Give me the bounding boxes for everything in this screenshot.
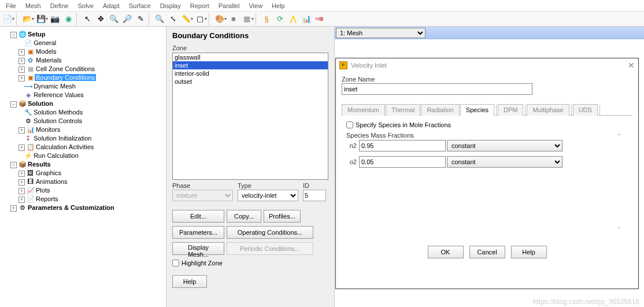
zoom-out-icon[interactable]: 🔎 [121, 13, 134, 25]
tree-ref-values[interactable]: Reference Values [32, 91, 85, 98]
expand-icon[interactable]: + [18, 188, 25, 194]
menu-adapt[interactable]: Adapt [99, 2, 123, 10]
tree-dynamic-mesh[interactable]: Dynamic Mesh [32, 83, 77, 90]
scroll-up-icon[interactable]: ˄ [617, 133, 621, 141]
expand-icon[interactable]: + [18, 66, 25, 73]
tree-animations[interactable]: Animations [35, 178, 68, 185]
camera-icon[interactable]: 📷 [49, 13, 61, 25]
tree-models[interactable]: Models [35, 48, 57, 55]
tree-sol-init[interactable]: Solution Initialization [32, 135, 92, 142]
type-select[interactable]: velocity-inlet [238, 190, 298, 201]
ansys-icon[interactable]: ⋀ [287, 13, 299, 25]
tab-content: Specify Species in Mole Fractions Specie… [342, 116, 632, 240]
grid-icon[interactable]: M▦ [313, 13, 326, 25]
zone-name-input[interactable] [342, 83, 532, 95]
type-label: Type [238, 182, 298, 189]
tree-graphics[interactable]: Graphics [35, 169, 62, 176]
pointer-icon[interactable]: ↖ [81, 13, 94, 25]
display-mesh-button[interactable]: Display Mesh... [172, 242, 224, 255]
profiles-button[interactable]: Profiles... [264, 210, 301, 223]
tab-uds[interactable]: UDS [573, 104, 598, 116]
close-icon[interactable]: ✕ [628, 61, 635, 70]
cancel-button[interactable]: Cancel [469, 246, 505, 258]
refresh-icon[interactable]: ⟳ [273, 13, 286, 25]
species-n2-mode-select[interactable]: constant [447, 140, 562, 151]
zone-list[interactable]: glasswall inset interior-solid outset [172, 53, 328, 180]
edit-button[interactable]: Edit... [172, 210, 224, 223]
tree-cellzone[interactable]: Cell Zone Conditions [35, 65, 96, 72]
phase-label: Phase [172, 182, 233, 189]
dlg-help-button[interactable]: Help [511, 246, 547, 258]
tree-plots[interactable]: Plots [35, 187, 51, 194]
tree-sol-methods[interactable]: Solution Methods [32, 109, 84, 116]
menu-solve[interactable]: Solve [74, 2, 97, 10]
collapse-icon[interactable]: − [10, 162, 17, 168]
tab-momentum[interactable]: Momentum [342, 104, 385, 116]
tree-reports[interactable]: Reports [35, 195, 60, 202]
tab-dpm[interactable]: DPM [498, 104, 523, 116]
pan-icon[interactable]: ✥ [94, 13, 107, 25]
help-icon[interactable]: ◉ [62, 13, 75, 25]
tree-materials[interactable]: Materials [35, 57, 63, 64]
tree-solution[interactable]: Solution [27, 100, 54, 107]
copy-button[interactable]: Copy... [227, 210, 261, 223]
tree-results[interactable]: Results [27, 161, 52, 168]
tree-params[interactable]: Parameters & Customization [27, 204, 116, 211]
bc-help-button[interactable]: Help [172, 275, 207, 288]
expand-icon[interactable]: + [18, 75, 25, 82]
parameters-button[interactable]: Parameters... [172, 226, 224, 239]
zone-item[interactable]: outset [173, 77, 328, 86]
zone-item[interactable]: glasswall [173, 53, 328, 61]
axes-icon[interactable]: ⤡ [166, 13, 179, 25]
expand-icon[interactable]: + [18, 145, 25, 151]
menu-file[interactable]: File [2, 2, 20, 10]
tree-general[interactable]: General [32, 39, 57, 46]
menu-display[interactable]: Display [157, 2, 184, 10]
expand-icon[interactable]: + [18, 49, 25, 56]
zone-item-selected[interactable]: inset [173, 61, 328, 69]
expand-icon[interactable]: + [18, 127, 25, 134]
ok-button[interactable]: OK [428, 246, 464, 258]
expand-icon[interactable]: + [18, 179, 25, 186]
id-input[interactable] [303, 190, 326, 201]
mole-fractions-checkbox[interactable] [346, 121, 353, 128]
menu-mesh[interactable]: Mesh [22, 2, 45, 10]
operating-conditions-button[interactable]: Operating Conditions... [227, 226, 313, 239]
tab-radiation[interactable]: Radiation [421, 104, 459, 116]
sync-icon[interactable]: § [260, 13, 273, 25]
collapse-icon[interactable]: − [10, 32, 17, 38]
probe-icon[interactable]: ✎ [134, 13, 147, 25]
expand-icon[interactable]: + [18, 58, 25, 64]
menu-view[interactable]: View [245, 2, 266, 10]
scroll-down-icon[interactable]: ˅ [617, 226, 621, 234]
tree-sol-controls[interactable]: Solution Controls [32, 117, 83, 124]
zoom-in-icon[interactable]: 🔍 [108, 13, 120, 25]
expand-icon[interactable]: + [18, 197, 25, 203]
species-n2-input[interactable] [359, 140, 446, 151]
tab-multiphase[interactable]: Multiphase [527, 104, 569, 116]
highlight-zone-checkbox[interactable] [172, 260, 179, 267]
solid-icon[interactable]: ■ [227, 13, 240, 25]
tree-calc-activities[interactable]: Calculation Activities [35, 143, 95, 150]
menu-surface[interactable]: Surface [125, 2, 154, 10]
tree-run-calc[interactable]: Run Calculation [32, 152, 80, 159]
tree-setup[interactable]: Setup [27, 31, 47, 38]
zoom-fit-icon[interactable]: 🔍 [153, 13, 166, 25]
species-o2-input[interactable] [359, 156, 446, 168]
zone-item[interactable]: interior-solid [173, 69, 328, 77]
menu-help[interactable]: Help [268, 2, 288, 10]
tab-species[interactable]: Species [460, 104, 494, 116]
tree-monitors[interactable]: Monitors [35, 126, 61, 133]
chart-icon[interactable]: 📊 [300, 13, 313, 25]
tree-boundary-conditions[interactable]: Boundary Conditions [35, 74, 96, 81]
collapse-icon[interactable]: − [10, 101, 17, 108]
menu-define[interactable]: Define [47, 2, 72, 10]
menu-parallel[interactable]: Parallel [215, 2, 243, 10]
mesh-view-select[interactable]: 1: Mesh [336, 28, 425, 38]
tabs: Momentum Thermal Radiation Species DPM M… [342, 104, 632, 116]
tab-thermal[interactable]: Thermal [386, 104, 420, 116]
menu-report[interactable]: Report [187, 2, 213, 10]
expand-icon[interactable]: + [18, 171, 25, 177]
expand-icon[interactable]: + [10, 205, 17, 212]
species-o2-mode-select[interactable]: constant [447, 156, 562, 168]
